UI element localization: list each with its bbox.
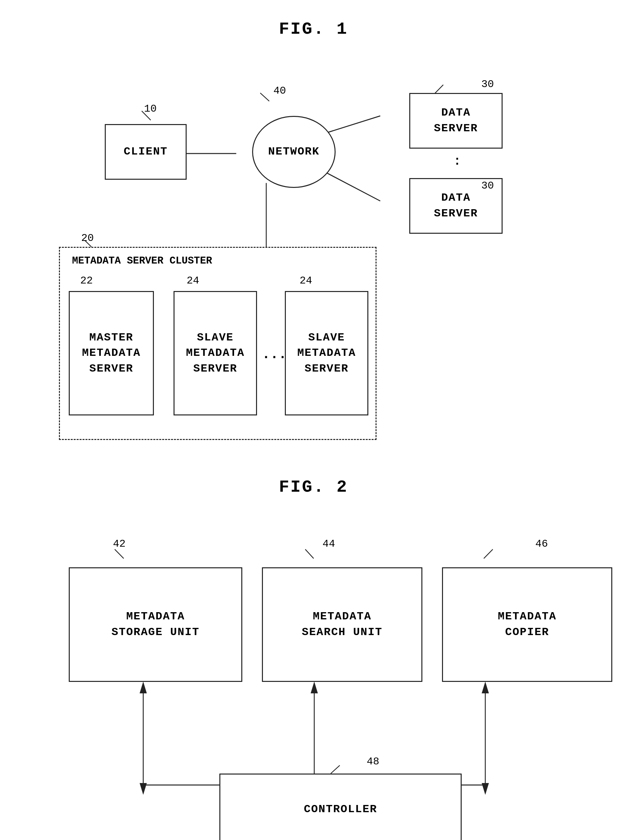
slave-server-dots: ... (262, 347, 287, 362)
ref-42: 42 (113, 538, 125, 550)
ref-22: 22 (80, 275, 93, 287)
svg-line-24 (331, 765, 340, 774)
ref-30-bottom: 30 (481, 180, 494, 192)
fig1-title: FIG. 1 (26, 20, 601, 39)
master-metadata-server-box: MASTER METADATA SERVER (69, 291, 154, 415)
svg-line-23 (484, 549, 493, 558)
client-box: CLIENT (105, 124, 187, 180)
metadata-cluster-label: METADATA SERVER CLUSTER (72, 255, 212, 266)
ref-10: 10 (144, 103, 156, 115)
svg-line-22 (305, 549, 314, 558)
data-server-dots: : (454, 154, 461, 168)
svg-line-21 (115, 549, 123, 558)
ref-24a: 24 (187, 275, 199, 287)
ref-48: 48 (367, 755, 379, 768)
metadata-storage-unit-box: METADATA STORAGE UNIT (69, 567, 242, 682)
fig2-container: METADATA STORAGE UNIT 42 METADATA SEARCH… (26, 517, 601, 840)
metadata-copier-box: METADATA COPIER (442, 567, 612, 682)
metadata-search-unit-box: METADATA SEARCH UNIT (262, 567, 422, 682)
ref-20: 20 (81, 232, 94, 244)
fig1-container: CLIENT NETWORK DATA SERVER DATA SERVER :… (26, 58, 601, 451)
controller-box: CONTROLLER (219, 774, 462, 840)
slave-metadata-server-1-box: SLAVE METADATA SERVER (173, 291, 257, 415)
svg-line-6 (434, 85, 443, 94)
page: FIG. 1 (0, 0, 627, 840)
slave-metadata-server-2-box: SLAVE METADATA SERVER (285, 291, 368, 415)
ref-44: 44 (323, 538, 335, 550)
ref-30-top: 30 (481, 78, 494, 90)
ref-24b: 24 (299, 275, 312, 287)
data-server-1-box: DATA SERVER (409, 93, 503, 149)
network-ellipse: NETWORK (252, 116, 336, 188)
ref-40: 40 (273, 85, 286, 97)
svg-line-5 (260, 93, 269, 101)
fig2-title: FIG. 2 (26, 478, 601, 497)
ref-46: 46 (535, 538, 548, 550)
